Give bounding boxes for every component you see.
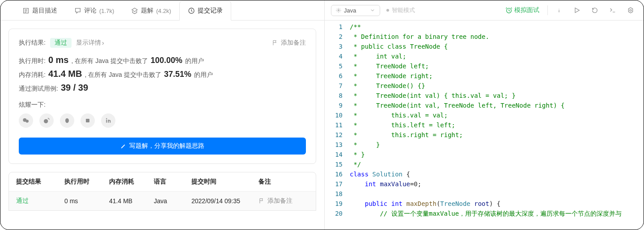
write-solution-button[interactable]: 写题解，分享我的解题思路 (19, 138, 306, 155)
tab-description-label: 题目描述 (32, 7, 57, 15)
td-language: Java (154, 197, 191, 205)
td-date: 2022/09/14 09:35 (191, 197, 258, 205)
memory-suffix: 的用户 (194, 71, 213, 79)
code-editor[interactable]: 1234567891011121314151617181920 /** * De… (325, 21, 644, 230)
submissions-table: 提交结果 执行用时 内存消耗 语言 提交时间 备注 通过 0 ms 41.4 M… (8, 172, 316, 211)
table-header: 提交结果 执行用时 内存消耗 语言 提交时间 备注 (9, 172, 316, 192)
mock-interview-button[interactable]: 模拟面试 (505, 6, 539, 14)
th-time: 执行用时 (64, 178, 109, 186)
share-douban-icon[interactable] (80, 113, 95, 128)
svg-point-4 (65, 118, 69, 123)
td-note-label: 添加备注 (267, 197, 292, 205)
memory-beats-prefix: , 在所有 Java 提交中击败了 (85, 71, 161, 79)
reset-button[interactable] (588, 4, 602, 17)
svg-point-10 (630, 9, 631, 11)
svg-point-3 (44, 119, 48, 123)
settings-button[interactable] (624, 4, 637, 17)
chevron-right-icon: › (102, 39, 104, 46)
svg-rect-6 (106, 120, 107, 123)
run-button[interactable] (570, 4, 584, 17)
runtime-label: 执行用时: (19, 57, 46, 65)
td-result[interactable]: 通过 (16, 197, 64, 205)
testcase-label: 通过测试用例: (19, 85, 58, 93)
tab-description[interactable]: 题目描述 (14, 1, 66, 21)
tab-comments-label: 评论 (84, 7, 97, 15)
table-row[interactable]: 通过 0 ms 41.4 MB Java 2022/09/14 09:35 添加… (9, 192, 316, 210)
show-detail-label: 显示详情 (76, 39, 101, 47)
share-wechat-icon[interactable] (19, 113, 33, 128)
tab-solutions[interactable]: 题解 (4.2k) (123, 1, 179, 21)
main-tabs: 题目描述 评论 (1.7k) 题解 (4.2k) 提交记录 (0, 0, 324, 21)
dot-icon (386, 9, 389, 12)
tab-solutions-count: (4.2k) (156, 8, 171, 14)
add-note-button[interactable]: 添加备注 (272, 39, 306, 47)
terminal-button[interactable] (606, 4, 619, 17)
runtime-suffix: 的用户 (185, 57, 204, 65)
share-weibo-icon[interactable] (39, 113, 54, 128)
td-memory: 41.4 MB (109, 197, 154, 205)
write-solution-label: 写题解，分享我的解题思路 (129, 142, 204, 150)
brag-label: 炫耀一下: (19, 101, 306, 109)
show-detail-link[interactable]: 显示详情 › (76, 39, 104, 47)
testcase-row: 通过测试用例: 39 / 39 (19, 83, 306, 93)
smart-mode[interactable]: 智能模式 (386, 6, 415, 14)
tab-submissions[interactable]: 提交记录 (179, 1, 231, 21)
runtime-percent: 100.00% (151, 56, 182, 65)
th-result: 提交结果 (16, 178, 64, 186)
runtime-beats-prefix: , 在所有 Java 提交中击败了 (71, 57, 148, 65)
tab-submissions-label: 提交记录 (198, 7, 223, 15)
tab-solutions-label: 题解 (141, 7, 153, 15)
flag-icon (258, 198, 265, 204)
smart-mode-label: 智能模式 (392, 6, 415, 14)
mock-interview-label: 模拟面试 (514, 6, 539, 14)
memory-percent: 37.51% (164, 70, 191, 79)
alarm-icon (505, 7, 513, 14)
pen-icon (120, 143, 127, 149)
share-linkedin-icon[interactable] (101, 113, 115, 128)
editor-toolbar: Java 智能模式 模拟面试 (325, 0, 644, 21)
td-time: 0 ms (64, 197, 109, 205)
svg-point-7 (106, 118, 107, 119)
result-card: 执行结果: 通过 显示详情 › 添加备注 执行用时: 0 ms (8, 29, 316, 164)
result-status-badge: 通过 (50, 38, 72, 48)
flag-icon (272, 40, 278, 46)
code-area[interactable]: /** * Definition for a binary tree node.… (347, 21, 644, 230)
memory-label: 内存消耗: (19, 71, 46, 79)
language-label: Java (344, 7, 356, 14)
language-select[interactable]: Java (331, 5, 380, 16)
runtime-value: 0 ms (48, 55, 69, 65)
info-button[interactable] (552, 4, 566, 17)
tab-comments-count: (1.7k) (99, 8, 114, 14)
memory-row: 内存消耗: 41.4 MB , 在所有 Java 提交中击败了 37.51% 的… (19, 69, 306, 79)
runtime-row: 执行用时: 0 ms , 在所有 Java 提交中击败了 100.00% 的用户 (19, 55, 306, 65)
th-date: 提交时间 (191, 178, 258, 186)
td-note[interactable]: 添加备注 (258, 197, 309, 205)
line-gutter: 1234567891011121314151617181920 (325, 21, 347, 230)
testcase-value: 39 / 39 (61, 83, 88, 93)
separator (547, 5, 548, 15)
svg-rect-5 (86, 119, 89, 122)
chevron-down-icon (370, 8, 375, 13)
svg-point-2 (25, 120, 29, 123)
share-qq-icon[interactable] (60, 113, 74, 128)
memory-value: 41.4 MB (48, 69, 82, 79)
tab-comments[interactable]: 评论 (1.7k) (66, 1, 123, 21)
gear-icon (336, 8, 341, 13)
th-language: 语言 (154, 178, 191, 186)
add-note-label: 添加备注 (281, 39, 306, 47)
th-note: 备注 (258, 178, 309, 186)
th-memory: 内存消耗 (109, 178, 154, 186)
svg-point-8 (338, 10, 339, 11)
result-label: 执行结果: (19, 39, 46, 47)
